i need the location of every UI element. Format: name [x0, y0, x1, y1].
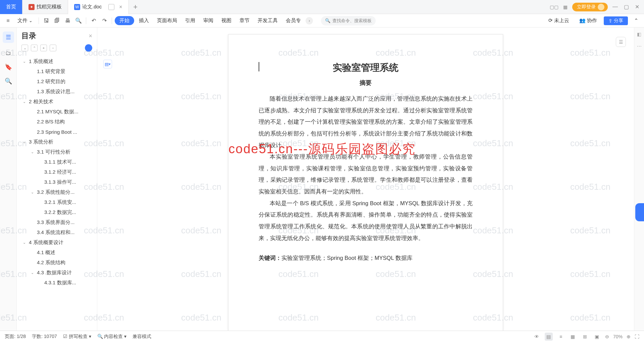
content-check-toggle[interactable]: 🔍 内容检查 ▾: [97, 334, 127, 340]
outline-item[interactable]: ⌄3 系统分析: [19, 137, 94, 147]
page-view-icon[interactable]: ▤: [545, 333, 553, 341]
apps-icon[interactable]: ▦: [563, 4, 568, 10]
add-tab-button[interactable]: +: [129, 3, 142, 11]
outline-item[interactable]: 4.1 概述: [19, 247, 94, 258]
close-outline-icon[interactable]: ×: [89, 33, 92, 40]
chevron-down-icon: ⌄: [31, 190, 36, 194]
outline-item[interactable]: 3.4 系统流程和...: [19, 227, 94, 237]
outline-item[interactable]: 3.2.2 数据完...: [19, 207, 94, 217]
document-canvas[interactable]: ▤ ▾ ☰ 实验室管理系统 摘要 随着信息技术在管理上越来越深入而广泛的应用，管…: [97, 27, 634, 331]
maximize-icon[interactable]: ▢: [624, 4, 629, 10]
thumbnails-rail-icon[interactable]: 🗂: [5, 50, 11, 57]
login-button[interactable]: 立即登录: [572, 3, 608, 11]
focus-view-icon[interactable]: ▣: [593, 333, 601, 341]
outline-item-label: 3.1.2 经济可...: [44, 169, 76, 175]
delete-item-icon[interactable]: −: [50, 45, 56, 51]
split-window-icon[interactable]: [108, 4, 114, 10]
word-count[interactable]: 字数: 10707: [32, 334, 57, 340]
outline-item[interactable]: ⌄2 相关技术: [19, 97, 94, 107]
tab-template-store[interactable]: ✦ 找稻完模板: [22, 0, 68, 14]
tab-member[interactable]: 会员专: [282, 17, 304, 24]
outline-item[interactable]: 3.3 系统界面分...: [19, 217, 94, 227]
zoom-level[interactable]: 70%: [613, 334, 623, 339]
tab-devtools[interactable]: 开发工具: [254, 17, 281, 24]
keywords-line: 关键词：实验室管理系统；Spring Boot 框架；MYSQL 数据库: [259, 254, 473, 262]
redo-icon[interactable]: ↷: [100, 16, 109, 25]
nav-pane-icon[interactable]: ☰: [616, 37, 626, 47]
cloud-status[interactable]: ⟳ 未上云: [545, 17, 573, 24]
chevron-down-icon: ⌄: [23, 59, 28, 64]
preview-icon[interactable]: 🔍: [74, 16, 83, 25]
outline-item-label: 4.3 .数据库设计: [37, 270, 72, 276]
compat-mode[interactable]: 兼容模式: [132, 334, 151, 340]
outline-item[interactable]: 4.3.1 数据库...: [19, 278, 94, 288]
expand-all-icon[interactable]: ⌃: [31, 45, 38, 51]
abstract-p2: 本实验室管理系统管理员功能有个人中心，学生管理，教师管理，公告信息管理，知识库管…: [259, 151, 473, 197]
file-menu[interactable]: 文件 ⌄: [14, 17, 36, 24]
close-window-icon[interactable]: ✕: [635, 4, 639, 10]
feedback-tab[interactable]: [635, 203, 644, 221]
outline-item[interactable]: 3.1.1 技术可...: [19, 157, 94, 167]
style-pane-icon[interactable]: ◧: [637, 32, 641, 37]
menu-icon[interactable]: ≡: [3, 16, 13, 25]
reading-view-icon[interactable]: ⊞: [581, 333, 589, 341]
save-icon[interactable]: 🖫: [42, 16, 51, 25]
save-as-icon[interactable]: 🗐: [52, 16, 62, 25]
outline-item[interactable]: 1.3 系统设计思...: [19, 87, 94, 97]
tab-chapter[interactable]: 章节: [236, 17, 253, 24]
more-tools-icon[interactable]: ⋯: [637, 44, 642, 49]
tab-home[interactable]: 首页: [0, 0, 22, 14]
bookmark-rail-icon[interactable]: 🔖: [5, 63, 12, 71]
chevron-down-icon: ⌄: [31, 271, 36, 275]
outline-item[interactable]: 4.2 系统结构: [19, 258, 94, 268]
outline-item[interactable]: 3.1.3 操作可...: [19, 177, 94, 187]
outline-item[interactable]: 3.1.2 经济可...: [19, 167, 94, 177]
new-item-icon[interactable]: +: [40, 45, 47, 51]
tab-review[interactable]: 审阅: [200, 17, 217, 24]
outline-item[interactable]: ⌄3.1 可行性分析: [19, 147, 94, 157]
zoom-out-icon[interactable]: ⊖: [605, 334, 609, 339]
undo-icon[interactable]: ↶: [89, 16, 98, 25]
outline-item[interactable]: ⌄4.3 .数据库设计: [19, 268, 94, 278]
outline-item[interactable]: 1.2 研究目的: [19, 76, 94, 87]
spellcheck-toggle[interactable]: ☑ 拼写检查 ▾: [63, 334, 91, 340]
outline-item[interactable]: ⌄3.2 系统性能分...: [19, 187, 94, 197]
web-view-icon[interactable]: ▦: [569, 333, 577, 341]
collapse-all-icon[interactable]: ⌄: [21, 45, 28, 51]
outline-view-icon[interactable]: ≡: [557, 333, 565, 341]
chevron-down-icon: ⌄: [23, 240, 28, 245]
tab-insert[interactable]: 插入: [136, 17, 152, 24]
page-counter[interactable]: 页面: 1/28: [5, 334, 26, 340]
print-icon[interactable]: 🖶: [63, 16, 72, 25]
outline-item[interactable]: 2.2 B/S 结构: [19, 117, 94, 127]
close-tab-icon[interactable]: ×: [119, 4, 122, 10]
outline-item[interactable]: 2.1 MYSQL 数据...: [19, 107, 94, 117]
zoom-in-icon[interactable]: ⊕: [627, 334, 631, 339]
title-bar: 首页 ✦ 找稻完模板 W 论文.doc × + ▢▢ ▦ 立即登录 — ▢ ✕: [0, 0, 644, 14]
tab-reference[interactable]: 引用: [182, 17, 199, 24]
page-indicator-icon[interactable]: ▤ ▾: [103, 60, 112, 68]
outline-item[interactable]: ⌄4 系统概要设计: [19, 237, 94, 247]
assistant-badge-icon[interactable]: [85, 44, 92, 52]
fullscreen-icon[interactable]: ⛶: [635, 334, 639, 339]
collab-button[interactable]: 👥 协作: [576, 17, 600, 24]
search-rail-icon[interactable]: 🔍: [5, 77, 12, 85]
outline-item[interactable]: 2.3 Spring Boot ...: [19, 127, 94, 137]
keywords-value: 实验室管理系统；Spring Boot 框架；MYSQL 数据库: [281, 255, 413, 261]
right-rail: ◧ ⋯: [634, 27, 644, 331]
eye-mode-icon[interactable]: 👁: [533, 333, 541, 341]
share-button[interactable]: ⇪ 分享: [604, 16, 628, 25]
tab-start[interactable]: 开始: [115, 16, 134, 25]
tab-page-layout[interactable]: 页面布局: [154, 17, 180, 24]
tab-document[interactable]: W 论文.doc ×: [68, 0, 129, 14]
ribbon-next-icon[interactable]: ›: [306, 17, 313, 24]
layout-icon[interactable]: ▢▢: [550, 4, 558, 10]
command-search[interactable]: 🔍 查找命令、搜索模板: [321, 16, 376, 25]
minimize-icon[interactable]: —: [612, 4, 618, 10]
outline-rail-icon[interactable]: ☰: [3, 32, 14, 43]
tab-view[interactable]: 视图: [218, 17, 235, 24]
outline-item[interactable]: 3.2.1 系统安...: [19, 197, 94, 207]
collapse-ribbon-icon[interactable]: ⌃: [631, 16, 641, 25]
outline-item[interactable]: ⌄1 系统概述: [19, 56, 94, 66]
outline-item[interactable]: 1.1 研究背景: [19, 66, 94, 76]
